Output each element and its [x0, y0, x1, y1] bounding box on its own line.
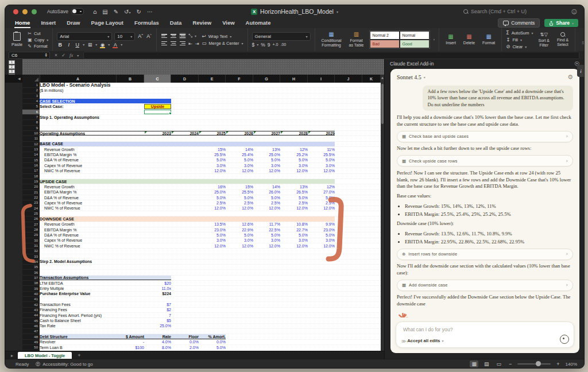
- cell-H21[interactable]: 26.5%: [280, 190, 309, 195]
- cell-A26[interactable]: DOWNSIDE CASE: [40, 216, 117, 221]
- font-color-button[interactable]: A: [112, 42, 118, 48]
- font-size-select[interactable]: 10▾: [114, 32, 135, 41]
- cell-F23[interactable]: 2.5%: [226, 200, 254, 205]
- cell-F24[interactable]: 12.0%: [226, 206, 254, 211]
- cell-H16[interactable]: 3.0%: [280, 163, 309, 168]
- cell-A24[interactable]: NWC % of Revenue: [40, 206, 121, 211]
- cell-C5[interactable]: Upside: [144, 104, 171, 108]
- row-header-6[interactable]: 6: [22, 110, 40, 115]
- row-header-45[interactable]: 45: [22, 318, 40, 323]
- style-normal[interactable]: Normal: [400, 31, 430, 40]
- cell-A20[interactable]: Revenue Growth: [40, 184, 121, 189]
- cell-E16[interactable]: 3.0%: [199, 163, 227, 168]
- document-title[interactable]: HorizonHealth_LBO_Model: [260, 8, 334, 15]
- page-layout-view-icon[interactable]: ▤: [482, 361, 491, 367]
- row-header-13[interactable]: 13: [22, 147, 40, 152]
- cell-A22[interactable]: D&A % of Revenue: [40, 195, 121, 200]
- shrink-font-button[interactable]: Aˋ: [146, 33, 152, 39]
- cell-I23[interactable]: 2.5%: [308, 200, 336, 205]
- row-header-47[interactable]: 47: [22, 329, 40, 334]
- cell-H28[interactable]: 22.7%: [280, 227, 309, 232]
- zoom-level[interactable]: 140%: [566, 362, 577, 367]
- cell-A34[interactable]: Step 2. Model Assumptions: [40, 259, 117, 264]
- insert-cells-button[interactable]: ▦Insert: [443, 33, 458, 46]
- wrap-text-button[interactable]: ↩Wrap Text▾: [202, 33, 243, 39]
- row-header-42[interactable]: 42: [22, 302, 40, 307]
- cell-A37[interactable]: Transaction Assumptions: [40, 276, 117, 280]
- cell-G10[interactable]: 2027: [253, 131, 282, 135]
- cell-H17[interactable]: 12.0%: [280, 168, 309, 173]
- cell-A14[interactable]: EBITDA Margin %: [40, 152, 121, 157]
- format-as-table-button[interactable]: ▥ Formatas Table: [347, 30, 366, 49]
- cell-E15[interactable]: 5.0%: [199, 158, 227, 162]
- cell-A30[interactable]: Capex % of Revenue: [40, 238, 121, 243]
- cell-I14[interactable]: 25.5%: [308, 152, 336, 157]
- insert-function-icon[interactable]: fx: [69, 52, 73, 58]
- column-header-K[interactable]: K: [362, 75, 381, 83]
- cell-C10[interactable]: 2023: [144, 131, 173, 135]
- tool-call-card[interactable]: ▦Add downside case›: [397, 280, 573, 291]
- cell-A46[interactable]: Tax Rate: [40, 324, 117, 328]
- cell-A1[interactable]: LBO Model - Scenario Analysis: [40, 83, 117, 87]
- cell-I31[interactable]: 12.0%: [308, 243, 336, 248]
- add-sheet-button[interactable]: +: [78, 352, 80, 358]
- cell-G16[interactable]: 3.0%: [253, 163, 281, 168]
- close-window-button[interactable]: [13, 9, 18, 14]
- row-header-22[interactable]: 22: [22, 195, 40, 200]
- cell-F30[interactable]: 3.0%: [226, 238, 254, 243]
- column-header-E[interactable]: E: [199, 75, 226, 83]
- cell-F14[interactable]: 25.4%: [226, 152, 254, 157]
- ribbon-tab-review[interactable]: Review: [192, 18, 212, 28]
- model-selector[interactable]: Sonnet 4.5▾: [397, 74, 425, 80]
- cell-I27[interactable]: 9.9%: [308, 222, 336, 227]
- cell-D48[interactable]: Floor: [171, 334, 200, 339]
- column-header-H[interactable]: H: [280, 75, 308, 83]
- cell-G15[interactable]: 5.0%: [253, 158, 281, 162]
- cell-F15[interactable]: 5.0%: [226, 158, 254, 162]
- cell-I10[interactable]: 2029: [308, 131, 336, 135]
- row-header-35[interactable]: 35: [22, 265, 40, 270]
- row-header-10[interactable]: 10: [22, 131, 40, 136]
- column-header-C[interactable]: C: [144, 75, 171, 83]
- clear-button[interactable]: ⊘Clear▾: [506, 44, 533, 49]
- decrease-indent-icon[interactable]: ⇤: [188, 41, 192, 46]
- sort-filter-button[interactable]: ⇅▽ Sort &Filter: [536, 30, 552, 49]
- confirm-entry-icon[interactable]: ✓: [61, 52, 65, 58]
- settings-gear-icon[interactable]: ⚙: [567, 73, 573, 81]
- cell-A28[interactable]: EBITDA Margin %: [40, 227, 121, 232]
- fill-color-button[interactable]: ◉: [99, 42, 106, 48]
- cell-G14[interactable]: 25.0%: [253, 152, 281, 157]
- tool-call-card[interactable]: ▦Check upside case rows›: [397, 155, 573, 166]
- cell-styles-gallery[interactable]: Normal 2 Normal Bad Good: [369, 30, 430, 49]
- comments-button[interactable]: Comments: [498, 18, 540, 28]
- minimize-window-button[interactable]: [22, 9, 28, 14]
- cell-F28[interactable]: 22.9%: [226, 227, 254, 232]
- cell-E17[interactable]: 12.0%: [199, 168, 227, 173]
- accept-all-edits-button[interactable]: ▷▷ Accept all edits ▾: [402, 338, 443, 343]
- fill-button[interactable]: ↧Fill▾: [506, 37, 533, 42]
- cell-C49[interactable]: 4.0%: [144, 340, 172, 344]
- cell-F21[interactable]: 25.5%: [226, 190, 254, 195]
- pencil-icon[interactable]: ✎: [114, 9, 118, 15]
- cell-G23[interactable]: 2.5%: [253, 200, 281, 205]
- cell-G17[interactable]: 12.0%: [253, 168, 281, 173]
- cell-C45[interactable]: $5: [144, 318, 172, 323]
- row-header-15[interactable]: 15: [22, 158, 40, 163]
- row-header-43[interactable]: 43: [22, 308, 40, 313]
- cell-A19[interactable]: UPSIDE CASE: [40, 179, 117, 184]
- cell-H31[interactable]: 12.0%: [280, 243, 309, 248]
- cell-E50[interactable]: 5.0%: [199, 345, 227, 350]
- ribbon-tab-data[interactable]: Data: [169, 18, 183, 28]
- cell-C48[interactable]: Rate: [144, 334, 172, 339]
- cell-F10[interactable]: 2026: [226, 131, 255, 135]
- column-header-J[interactable]: J: [335, 75, 362, 83]
- row-header-40[interactable]: 40: [22, 292, 40, 297]
- cell-C42[interactable]: $7: [144, 302, 172, 307]
- cell-C46[interactable]: 25.0%: [144, 324, 172, 328]
- cell-E30[interactable]: 3.0%: [199, 238, 227, 243]
- cell-A45[interactable]: Cash to Balance Sheet: [40, 318, 117, 323]
- align-center-icon[interactable]: [170, 40, 177, 46]
- cell-I30[interactable]: 3.0%: [308, 238, 336, 243]
- paste-button[interactable]: Paste: [9, 31, 25, 48]
- cell-A27[interactable]: Revenue Growth: [40, 222, 121, 227]
